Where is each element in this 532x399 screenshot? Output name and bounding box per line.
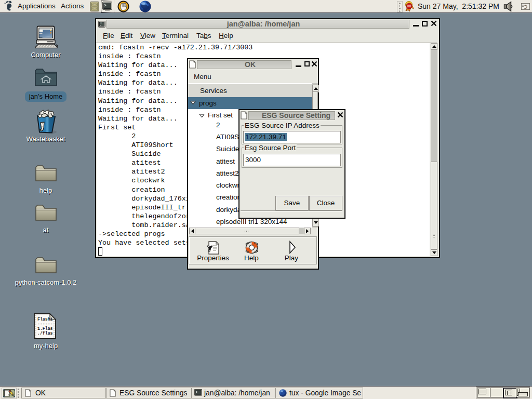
svg-text:------: ------ (37, 322, 52, 326)
svg-text:1.Flas: 1.Flas (37, 326, 53, 331)
svg-text:Flashi: Flashi (37, 317, 53, 322)
svg-text:./flas: ./flas (37, 331, 53, 336)
